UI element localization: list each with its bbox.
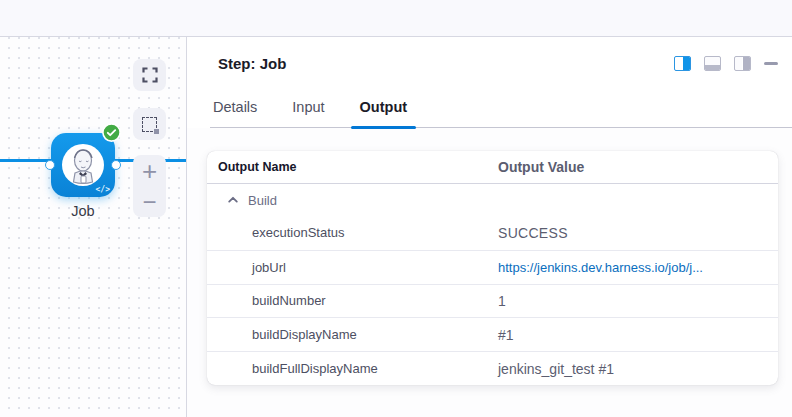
- output-table-card: Output Name Output Value Build execution…: [207, 151, 778, 385]
- table-row: buildFullDisplayName jenkins_git_test #1: [207, 351, 778, 385]
- table-row: buildDisplayName #1: [207, 317, 778, 351]
- right-layout-button[interactable]: [734, 56, 751, 71]
- bottom-layout-icon: [704, 56, 721, 71]
- topbar: [0, 0, 792, 37]
- tab-details[interactable]: Details: [210, 90, 260, 127]
- column-header-value: Output Value: [498, 159, 778, 175]
- step-node-job[interactable]: </>: [51, 133, 115, 197]
- row-value: SUCCESS: [498, 225, 778, 241]
- pipeline-canvas[interactable]: </> Job + −: [0, 37, 187, 417]
- row-name: buildNumber: [207, 293, 498, 308]
- success-badge-icon: [102, 123, 121, 142]
- row-name: jobUrl: [207, 260, 498, 275]
- right-layout-icon: [734, 56, 751, 71]
- panel-header: Step: Job: [187, 37, 792, 90]
- node-label: Job: [41, 203, 125, 219]
- row-value: jenkins_git_test #1: [498, 361, 778, 377]
- jenkins-icon: [61, 143, 105, 187]
- group-row-build[interactable]: Build: [207, 184, 778, 216]
- column-header-name: Output Name: [207, 160, 498, 174]
- node-port-right[interactable]: [111, 160, 121, 170]
- step-panel: Step: Job Details Input Output: [187, 37, 792, 417]
- output-tab-content: Output Name Output Value Build execution…: [187, 128, 792, 417]
- main-layout: </> Job + − Step: Job: [0, 37, 792, 417]
- zoom-out-button[interactable]: −: [133, 186, 166, 217]
- minimize-button[interactable]: [764, 62, 778, 65]
- table-row: buildNumber 1: [207, 284, 778, 318]
- tab-input[interactable]: Input: [289, 90, 327, 127]
- window-controls: [674, 56, 778, 71]
- tab-bar: Details Input Output: [210, 90, 792, 128]
- fullscreen-button[interactable]: [133, 59, 166, 91]
- zoom-out-icon: −: [142, 190, 156, 214]
- node-port-left[interactable]: [45, 160, 55, 170]
- row-value: 1: [498, 293, 778, 309]
- marquee-select-button[interactable]: [133, 108, 166, 140]
- row-name: buildDisplayName: [207, 327, 498, 342]
- joburl-link[interactable]: https://jenkins.dev.harness.io/job/j...: [498, 260, 703, 275]
- collapse-chevron-icon[interactable]: [227, 194, 239, 206]
- code-icon: </>: [96, 185, 110, 194]
- table-row: executionStatus SUCCESS: [207, 216, 778, 250]
- row-name: buildFullDisplayName: [207, 361, 498, 376]
- bottom-layout-button[interactable]: [704, 56, 721, 71]
- zoom-controls: + −: [133, 155, 166, 217]
- marquee-select-icon: [142, 117, 157, 132]
- panel-title: Step: Job: [218, 55, 286, 72]
- table-header-row: Output Name Output Value: [207, 151, 778, 184]
- tab-output[interactable]: Output: [357, 90, 411, 127]
- split-view-button[interactable]: [674, 56, 691, 71]
- row-value: #1: [498, 327, 778, 343]
- group-label: Build: [248, 193, 277, 208]
- row-name: executionStatus: [207, 225, 498, 240]
- zoom-in-button[interactable]: +: [133, 155, 166, 186]
- fullscreen-icon: [142, 67, 158, 83]
- minimize-icon: [764, 62, 778, 65]
- zoom-in-icon: +: [142, 158, 157, 184]
- split-view-icon: [674, 56, 691, 71]
- table-row: jobUrl https://jenkins.dev.harness.io/jo…: [207, 250, 778, 284]
